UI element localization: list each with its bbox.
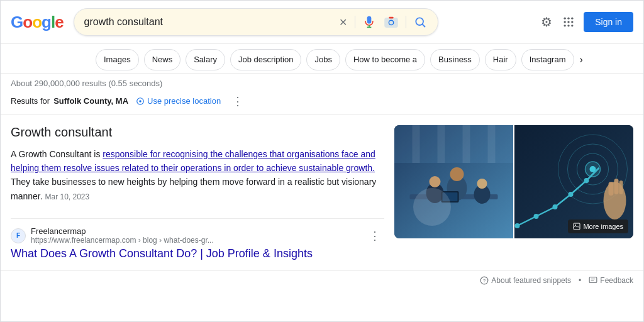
precise-location-label: Use precise location [147, 96, 221, 106]
clear-button[interactable]: ✕ [338, 15, 348, 30]
tab-salary[interactable]: Salary [186, 49, 225, 70]
svg-point-39 [515, 223, 520, 228]
feedback-text: Feedback [600, 276, 633, 285]
snippet-body: A Growth Consultant is responsible for r… [11, 147, 384, 204]
search-icon [414, 16, 426, 28]
header-right: ⚙ Sign in [540, 12, 633, 32]
svg-point-41 [553, 204, 558, 209]
tabs-scroll-right[interactable]: › [577, 52, 586, 68]
svg-point-7 [564, 18, 566, 19]
featured-snippet: Growth consultant A Growth Consultant is… [11, 125, 384, 219]
search-bar: ✕ [74, 8, 438, 36]
search-icons-group: ✕ [338, 14, 428, 30]
svg-point-15 [571, 25, 573, 26]
google-logo: Google [11, 13, 64, 32]
apps-grid-icon [562, 16, 575, 28]
location-name: Suffolk County, MA [53, 96, 128, 106]
settings-button[interactable]: ⚙ [540, 13, 553, 31]
source-name: Freelancermap [31, 226, 360, 236]
tab-how-to-become[interactable]: How to become a [345, 49, 425, 70]
business-meeting-svg [394, 125, 513, 238]
source-url: https://www.freelancermap.com › blog › w… [31, 236, 360, 245]
location-bar: Results for Suffolk County, MA Use preci… [1, 91, 643, 115]
tab-news[interactable]: News [144, 49, 181, 70]
svg-rect-2 [385, 18, 397, 28]
about-snippets-text: About featured snippets [491, 276, 571, 285]
svg-point-8 [568, 18, 570, 19]
svg-point-10 [564, 21, 566, 23]
svg-point-11 [568, 21, 570, 23]
svg-line-6 [422, 25, 425, 27]
svg-rect-4 [389, 17, 393, 19]
location-options-button[interactable]: ⋮ [228, 93, 247, 109]
source-favicon: F [11, 228, 26, 243]
images-panel: More images [394, 125, 633, 238]
svg-point-25 [477, 179, 487, 189]
business-meeting-image[interactable] [394, 125, 513, 238]
header: Google ✕ [1, 1, 643, 44]
image-icon [573, 223, 580, 230]
svg-rect-45 [609, 182, 614, 196]
lens-button[interactable] [383, 14, 399, 30]
snippet-date: Mar 10, 2023 [45, 192, 89, 201]
apps-button[interactable] [561, 14, 576, 30]
more-images-overlay[interactable]: More images [568, 219, 628, 233]
search-tabs: Images News Salary Job description Jobs … [1, 44, 643, 74]
feedback-link[interactable]: Feedback [589, 276, 633, 285]
main-content: Growth consultant A Growth Consultant is… [1, 115, 643, 271]
sign-in-button[interactable]: Sign in [584, 12, 633, 32]
snippet-pre-text: A Growth Consultant is [11, 149, 103, 159]
source-row: F Freelancermap https://www.freelancerma… [11, 226, 384, 245]
tab-images[interactable]: Images [96, 49, 139, 70]
svg-point-43 [584, 178, 589, 183]
about-snippets-link[interactable]: ? About featured snippets [480, 276, 571, 285]
icon-divider [355, 16, 355, 28]
location-pin-icon [136, 97, 145, 106]
tab-job-description[interactable]: Job description [230, 49, 301, 70]
icon-divider2 [406, 16, 406, 28]
source-info: Freelancermap https://www.freelancermap.… [31, 226, 360, 245]
source-options-button[interactable]: ⋮ [365, 228, 384, 244]
footer-dot: • [579, 276, 581, 285]
precise-location-button[interactable]: Use precise location [132, 95, 225, 107]
svg-point-21 [430, 176, 441, 187]
svg-rect-28 [394, 125, 513, 163]
more-images-label: More images [583, 223, 623, 230]
search-input[interactable] [84, 16, 333, 28]
results-count: About 290,000,000 results (0.55 seconds) [1, 74, 643, 91]
svg-point-42 [569, 192, 574, 197]
svg-rect-46 [614, 179, 619, 194]
tab-hair[interactable]: Hair [485, 49, 516, 70]
result-link[interactable]: What Does A Growth Consultant Do? | Job … [11, 247, 313, 260]
svg-point-14 [568, 25, 570, 26]
svg-point-40 [534, 214, 539, 219]
svg-rect-47 [619, 180, 623, 194]
tab-business[interactable]: Business [430, 49, 480, 70]
camera-icon [384, 15, 398, 29]
footer-bar: ? About featured snippets • Feedback [1, 270, 643, 290]
microphone-icon [363, 16, 375, 28]
tab-instagram[interactable]: Instagram [521, 49, 574, 70]
svg-rect-52 [589, 277, 597, 283]
feedback-icon [589, 276, 597, 285]
svg-rect-27 [443, 192, 458, 201]
tab-jobs[interactable]: Jobs [306, 49, 340, 70]
svg-point-17 [139, 100, 142, 103]
chart-tech-image[interactable]: More images [514, 125, 633, 238]
svg-point-23 [450, 167, 464, 181]
svg-text:?: ? [483, 278, 486, 284]
help-icon: ? [480, 276, 489, 285]
right-column: More images [394, 125, 633, 261]
voice-search-button[interactable] [362, 14, 377, 30]
svg-point-13 [564, 25, 566, 26]
left-column: Growth consultant A Growth Consultant is… [11, 125, 384, 261]
search-submit-button[interactable] [413, 14, 428, 30]
results-for-label: Results for [11, 96, 50, 106]
google-search-page: Google ✕ [0, 0, 644, 322]
snippet-title: Growth consultant [11, 125, 384, 140]
svg-point-12 [571, 21, 573, 23]
svg-point-9 [571, 18, 573, 19]
